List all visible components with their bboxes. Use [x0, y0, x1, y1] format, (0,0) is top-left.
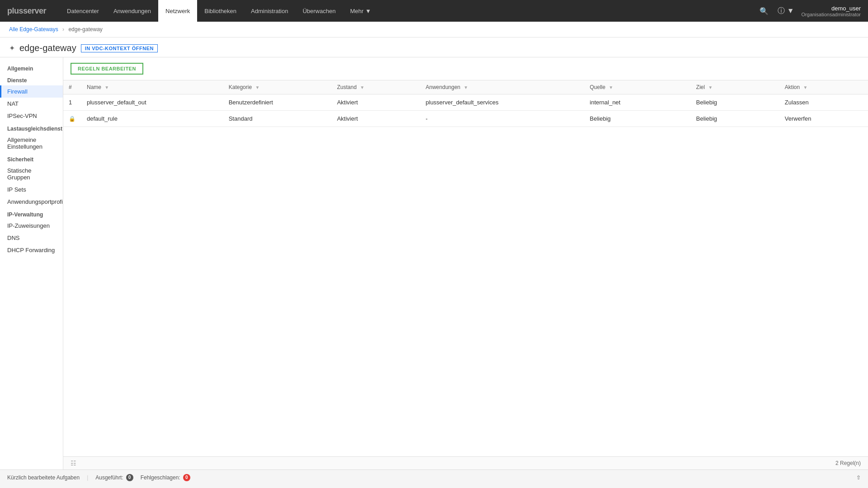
nav-datencenter[interactable]: Datencenter: [60, 0, 106, 22]
executed-label: Ausgeführt:: [95, 474, 123, 481]
row1-num: 1: [63, 94, 81, 111]
row2-num: 🔒: [63, 111, 81, 127]
failed-badge: 0: [183, 474, 190, 481]
lock-icon: 🔒: [69, 116, 75, 122]
row2-aktion: Verwerfen: [779, 111, 868, 127]
row2-name: default_rule: [81, 111, 223, 127]
col-header-ziel[interactable]: Ziel ▼: [691, 80, 779, 94]
username: demo_user: [802, 5, 861, 12]
nav-bibliotheken[interactable]: Bibliotheken: [197, 0, 244, 22]
failed-label: Fehlgeschlagen:: [141, 474, 180, 481]
toolbar: REGELN BEARBEITEN: [63, 57, 868, 80]
row1-name: plusserver_default_out: [81, 94, 223, 111]
kategorie-filter-icon[interactable]: ▼: [255, 85, 259, 90]
user-role: Organisationsadministrator: [802, 12, 861, 17]
col-header-kategorie[interactable]: Kategorie ▼: [223, 80, 332, 94]
sidebar-item-anwendungsportprofi[interactable]: Anwendungsportprofi: [0, 196, 63, 208]
row2-kategorie: Standard: [223, 111, 332, 127]
edge-gateway-icon: ✦: [9, 44, 15, 52]
rule-count: 2 Regel(n): [835, 460, 861, 466]
edit-rules-button[interactable]: REGELN BEARBEITEN: [71, 63, 143, 75]
sidebar-section-dienste: Dienste: [0, 74, 63, 85]
table-header-row: # Name ▼ Kategorie ▼ Zustand ▼: [63, 80, 868, 94]
col-header-zustand[interactable]: Zustand ▼: [331, 80, 420, 94]
executed-badge: 0: [126, 474, 133, 481]
row1-anwendungen: plusserver_default_services: [420, 94, 585, 111]
col-header-name[interactable]: Name ▼: [81, 80, 223, 94]
nav-netzwerk[interactable]: Netzwerk: [158, 0, 197, 22]
page-title: edge-gateway: [19, 43, 76, 53]
sidebar-item-dhcp-forwarding[interactable]: DHCP Forwarding: [0, 244, 63, 256]
main-layout: Allgemein Dienste Firewall NAT IPSec-VPN…: [0, 57, 868, 469]
table-footer-icon: ☷: [71, 460, 76, 467]
col-header-num: #: [63, 80, 81, 94]
quelle-filter-icon[interactable]: ▼: [609, 85, 613, 90]
table-row[interactable]: 🔒 default_rule Standard Aktiviert - Beli…: [63, 111, 868, 127]
row2-ziel: Beliebig: [691, 111, 779, 127]
nav-items: Datencenter Anwendungen Netzwerk Bibliot…: [60, 0, 758, 22]
sidebar-section-lastausgleich: Lastausgleichsdienst: [0, 122, 63, 134]
sidebar-item-ip-sets[interactable]: IP Sets: [0, 183, 63, 196]
zustand-filter-icon[interactable]: ▼: [360, 85, 364, 90]
firewall-rules-table-container: # Name ▼ Kategorie ▼ Zustand ▼: [63, 80, 868, 456]
breadcrumb-separator: ›: [62, 26, 64, 33]
sidebar-item-firewall[interactable]: Firewall: [0, 85, 63, 98]
table-row[interactable]: 1 plusserver_default_out Benutzerdefinie…: [63, 94, 868, 111]
table-footer: ☷ 2 Regel(n): [63, 456, 868, 469]
row1-quelle: internal_net: [585, 94, 691, 111]
ziel-filter-icon[interactable]: ▼: [708, 85, 712, 90]
row1-zustand: Aktiviert: [331, 94, 420, 111]
row2-zustand: Aktiviert: [331, 111, 420, 127]
failed-status: Fehlgeschlagen: 0: [141, 474, 190, 481]
breadcrumb-parent[interactable]: Alle Edge-Gateways: [9, 26, 58, 33]
firewall-rules-table: # Name ▼ Kategorie ▼ Zustand ▼: [63, 80, 868, 127]
status-divider: |: [87, 474, 88, 481]
row1-ziel: Beliebig: [691, 94, 779, 111]
aktion-filter-icon[interactable]: ▼: [803, 85, 808, 90]
help-icon[interactable]: ⓘ ▼: [776, 5, 796, 18]
sidebar-item-nat[interactable]: NAT: [0, 98, 63, 110]
col-header-aktion[interactable]: Aktion ▼: [779, 80, 868, 94]
nav-right-actions: 🔍 ⓘ ▼ demo_user Organisationsadministrat…: [758, 5, 861, 18]
search-icon[interactable]: 🔍: [758, 5, 770, 17]
nav-mehr[interactable]: Mehr ▼: [343, 0, 378, 22]
sidebar-item-ip-zuweisungen[interactable]: IP-Zuweisungen: [0, 220, 63, 232]
sidebar-item-dns[interactable]: DNS: [0, 232, 63, 244]
row1-kategorie: Benutzerdefiniert: [223, 94, 332, 111]
status-label: Kürzlich bearbeitete Aufgaben: [7, 474, 80, 481]
col-header-quelle[interactable]: Quelle ▼: [585, 80, 691, 94]
status-bar-expand-icon[interactable]: ⇧: [856, 474, 861, 481]
status-bar: Kürzlich bearbeitete Aufgaben | Ausgefüh…: [0, 469, 868, 485]
name-filter-icon[interactable]: ▼: [104, 85, 109, 90]
nav-anwendungen[interactable]: Anwendungen: [106, 0, 158, 22]
sidebar-item-statische-gruppen[interactable]: Statische Gruppen: [0, 164, 63, 183]
sidebar-section-sicherheit: Sicherheit: [0, 153, 63, 164]
top-navigation: plusserver Datencenter Anwendungen Netzw…: [0, 0, 868, 22]
col-header-anwendungen[interactable]: Anwendungen ▼: [420, 80, 585, 94]
nav-administration[interactable]: Administration: [244, 0, 295, 22]
breadcrumb-current: edge-gateway: [68, 26, 102, 33]
sidebar: Allgemein Dienste Firewall NAT IPSec-VPN…: [0, 57, 63, 469]
anwendungen-filter-icon[interactable]: ▼: [464, 85, 468, 90]
user-menu[interactable]: demo_user Organisationsadministrator: [802, 5, 861, 17]
row2-quelle: Beliebig: [585, 111, 691, 127]
row2-anwendungen: -: [420, 111, 585, 127]
sidebar-item-ipsec-vpn[interactable]: IPSec-VPN: [0, 110, 63, 122]
vdc-context-link[interactable]: IN VDC-KONTEXT ÖFFNEN: [81, 44, 158, 52]
page-header: ✦ edge-gateway IN VDC-KONTEXT ÖFFNEN: [0, 38, 868, 57]
breadcrumb: Alle Edge-Gateways › edge-gateway: [0, 22, 868, 38]
sidebar-section-allgemein: Allgemein: [0, 62, 63, 74]
content-area: REGELN BEARBEITEN # Name ▼ Kategorie: [63, 57, 868, 469]
sidebar-item-allgemeine-einstellungen[interactable]: Allgemeine Einstellungen: [0, 134, 63, 153]
sidebar-section-ip-verwaltung: IP-Verwaltung: [0, 208, 63, 220]
chevron-down-icon: ▼: [365, 8, 371, 14]
nav-uberwachen[interactable]: Überwachen: [295, 0, 343, 22]
executed-status: Ausgeführt: 0: [95, 474, 133, 481]
logo: plusserver: [7, 6, 46, 16]
row1-aktion: Zulassen: [779, 94, 868, 111]
